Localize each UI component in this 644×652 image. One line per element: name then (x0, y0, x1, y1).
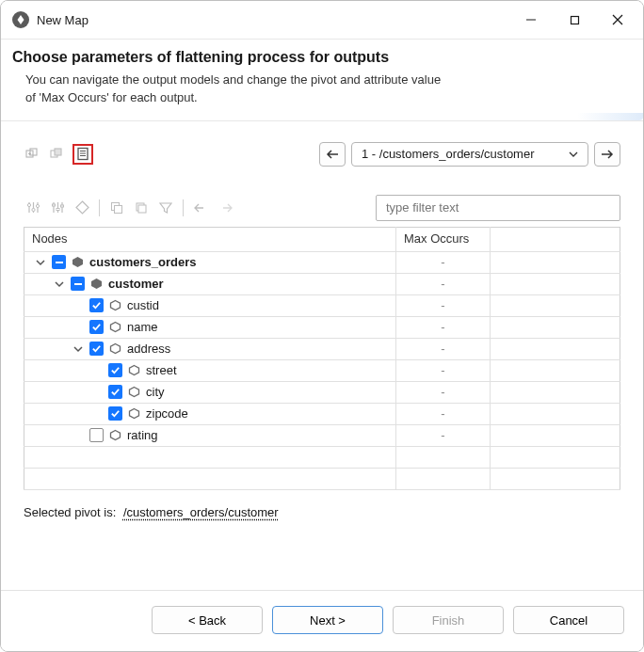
wizard-subtext-2: of 'Max Occurs' for each output. (25, 90, 198, 104)
maximize-button[interactable] (553, 4, 596, 36)
finish-button[interactable]: Finish (393, 606, 504, 634)
tree-table: Nodes Max Occurs customers_orders-custom… (24, 227, 620, 490)
max-occurs-cell[interactable]: - (396, 251, 491, 273)
svg-marker-22 (72, 257, 83, 267)
next-button[interactable]: Next > (272, 606, 383, 634)
redo-icon[interactable] (216, 199, 234, 217)
twisty-icon (89, 406, 105, 421)
pivot-path: /customers_orders/customer (120, 505, 279, 519)
filter-icon[interactable] (156, 199, 175, 217)
prev-output-button[interactable] (319, 142, 346, 167)
table-row-empty (24, 468, 620, 489)
checkbox[interactable] (108, 406, 122, 421)
copy-icon[interactable] (107, 199, 126, 217)
checkbox[interactable] (108, 363, 122, 377)
table-row[interactable]: custid- (24, 294, 620, 316)
twisty-icon (89, 385, 105, 400)
svg-rect-7 (55, 149, 61, 155)
max-occurs-cell[interactable]: - (396, 359, 491, 381)
checkbox[interactable] (89, 428, 104, 442)
checkbox[interactable] (52, 255, 66, 269)
max-occurs-cell[interactable]: - (396, 381, 491, 403)
svg-marker-30 (111, 431, 121, 440)
sliders2-icon[interactable] (48, 199, 67, 217)
node-label: name (126, 320, 158, 334)
output-dropdown[interactable]: 1 - /customers_orders/customer (351, 142, 588, 167)
checkbox[interactable] (89, 320, 104, 334)
node-label: custid (126, 298, 159, 312)
close-button[interactable] (596, 4, 639, 36)
element-outline-icon (109, 342, 121, 355)
element-outline-icon (128, 407, 140, 420)
column-header-max-occurs[interactable]: Max Occurs (396, 227, 491, 251)
chevron-down-icon (565, 151, 582, 157)
node-label: customers_orders (89, 255, 196, 269)
max-occurs-cell[interactable]: - (396, 316, 491, 338)
node-label: rating (126, 428, 158, 442)
checkbox[interactable] (89, 298, 104, 312)
element-outline-icon (128, 386, 140, 398)
toolbar-separator (99, 199, 100, 216)
svg-marker-27 (130, 366, 139, 375)
table-row[interactable]: rating- (24, 424, 620, 446)
wizard-footer: < Back Next > Finish Cancel (1, 590, 643, 651)
diamond-icon[interactable] (72, 199, 91, 217)
table-row[interactable]: city- (24, 381, 620, 403)
next-output-button[interactable] (594, 142, 620, 167)
table-row[interactable]: customer- (24, 273, 620, 294)
node-label: city (145, 385, 165, 399)
pivot-label: Selected pivot is: (24, 505, 116, 519)
table-row[interactable]: address- (24, 338, 620, 359)
max-occurs-cell[interactable]: - (396, 403, 491, 424)
filter-input[interactable] (376, 195, 620, 221)
max-occurs-cell[interactable]: - (396, 424, 491, 446)
output-dropdown-value: 1 - /customers_orders/customer (362, 147, 535, 161)
svg-marker-23 (91, 278, 102, 289)
table-row[interactable]: name- (24, 316, 620, 338)
sliders-icon[interactable] (24, 199, 42, 217)
checkbox[interactable] (108, 385, 122, 399)
pivot-status: Selected pivot is: /customers_orders/cus… (24, 505, 620, 519)
svg-marker-29 (130, 409, 139, 419)
max-occurs-cell[interactable]: - (396, 294, 491, 316)
table-row[interactable]: zipcode- (24, 403, 620, 424)
checkbox[interactable] (71, 277, 85, 291)
element-filled-icon (72, 256, 84, 268)
svg-marker-24 (111, 301, 121, 310)
svg-marker-25 (111, 323, 121, 332)
paste-icon[interactable] (72, 144, 93, 165)
output-nav-row: 1 - /customers_orders/customer (24, 142, 620, 167)
max-occurs-cell[interactable]: - (396, 338, 491, 359)
stack-icon[interactable] (132, 199, 151, 217)
collapse-all-icon[interactable] (48, 145, 67, 164)
checkbox[interactable] (89, 342, 104, 356)
table-row[interactable]: customers_orders- (24, 251, 620, 273)
twisty-icon[interactable] (52, 277, 67, 292)
column-header-nodes[interactable]: Nodes (24, 227, 396, 251)
titlebar: New Map (1, 1, 643, 39)
twisty-icon (89, 363, 105, 378)
twisty-icon (71, 298, 86, 313)
svg-rect-17 (60, 205, 63, 207)
svg-rect-16 (56, 209, 59, 211)
element-filled-icon (90, 278, 103, 290)
table-row[interactable]: street- (24, 359, 620, 381)
cancel-button[interactable]: Cancel (513, 606, 624, 634)
back-button[interactable]: < Back (152, 606, 263, 634)
minimize-button[interactable] (509, 4, 553, 36)
node-label: address (126, 342, 170, 356)
twisty-icon[interactable] (33, 255, 48, 270)
max-occurs-cell[interactable]: - (396, 273, 491, 294)
undo-icon[interactable] (191, 199, 210, 217)
twisty-icon (71, 320, 86, 335)
element-outline-icon (109, 321, 121, 333)
twisty-icon (71, 428, 86, 443)
svg-point-12 (27, 204, 30, 207)
node-label: street (145, 363, 177, 377)
expand-all-icon[interactable] (24, 145, 42, 164)
toolbar-separator (183, 199, 184, 216)
wizard-heading: Choose parameters of flattening process … (12, 49, 624, 66)
tree-toolbar (24, 195, 620, 221)
twisty-icon[interactable] (71, 342, 86, 357)
node-label: zipcode (145, 406, 188, 421)
